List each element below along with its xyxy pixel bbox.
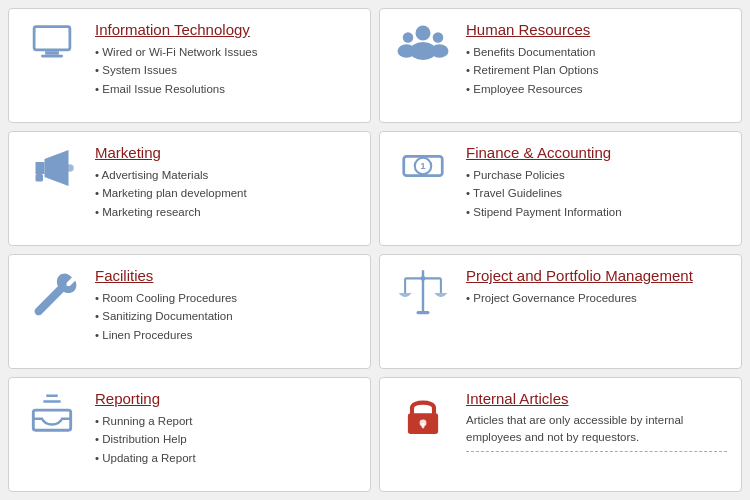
card-content-project-portfolio: Project and Portfolio Management Project… <box>466 267 727 307</box>
card-content-finance-accounting: Finance & Accounting Purchase PoliciesTr… <box>466 144 727 221</box>
card-item-finance-accounting-2: Stipend Payment Information <box>466 203 727 221</box>
svg-marker-9 <box>36 162 45 174</box>
card-title-internal-articles[interactable]: Internal Articles <box>466 390 727 407</box>
card-items-reporting: Running a ReportDistribution HelpUpdatin… <box>95 412 356 467</box>
card-content-internal-articles: Internal Articles Articles that are only… <box>466 390 727 452</box>
svg-rect-28 <box>422 423 425 429</box>
svg-marker-10 <box>45 150 69 186</box>
svg-point-5 <box>403 32 414 43</box>
card-items-facilities: Room Cooling ProceduresSanitizing Docume… <box>95 289 356 344</box>
card-item-facilities-0: Room Cooling Procedures <box>95 289 356 307</box>
scales-icon <box>394 267 452 319</box>
people-icon <box>394 21 452 69</box>
card-item-information-technology-0: Wired or Wi-Fi Network Issues <box>95 43 356 61</box>
card-title-marketing[interactable]: Marketing <box>95 144 356 161</box>
card-item-reporting-2: Updating a Report <box>95 449 356 467</box>
svg-rect-23 <box>33 410 70 430</box>
coin-icon: 1 <box>394 144 452 188</box>
card-item-human-resources-1: Retirement Plan Options <box>466 61 727 79</box>
card-title-information-technology[interactable]: Information Technology <box>95 21 356 38</box>
card-item-finance-accounting-0: Purchase Policies <box>466 166 727 184</box>
card-item-marketing-0: Advertising Materials <box>95 166 356 184</box>
card-item-facilities-1: Sanitizing Documentation <box>95 307 356 325</box>
svg-point-8 <box>431 44 449 58</box>
card-item-reporting-0: Running a Report <box>95 412 356 430</box>
card-items-marketing: Advertising MaterialsMarketing plan deve… <box>95 166 356 221</box>
card-item-facilities-2: Linen Procedures <box>95 326 356 344</box>
card-information-technology: Information Technology Wired or Wi-Fi Ne… <box>8 8 371 123</box>
inbox-icon <box>23 390 81 436</box>
wrench-icon <box>23 267 81 319</box>
card-title-reporting[interactable]: Reporting <box>95 390 356 407</box>
svg-rect-2 <box>41 55 63 58</box>
card-item-information-technology-2: Email Issue Resolutions <box>95 80 356 98</box>
card-item-marketing-1: Marketing plan development <box>95 184 356 202</box>
card-items-information-technology: Wired or Wi-Fi Network IssuesSystem Issu… <box>95 43 356 98</box>
megaphone-icon <box>23 144 81 192</box>
card-item-human-resources-0: Benefits Documentation <box>466 43 727 61</box>
card-finance-accounting: 1 Finance & Accounting Purchase Policies… <box>379 131 742 246</box>
card-items-finance-accounting: Purchase PoliciesTravel GuidelinesStipen… <box>466 166 727 221</box>
card-item-finance-accounting-1: Travel Guidelines <box>466 184 727 202</box>
svg-point-16 <box>36 308 41 313</box>
card-title-human-resources[interactable]: Human Resources <box>466 21 727 38</box>
card-item-human-resources-2: Employee Resources <box>466 80 727 98</box>
svg-rect-21 <box>417 311 430 314</box>
svg-text:1: 1 <box>420 160 426 171</box>
svg-rect-1 <box>45 51 59 54</box>
card-title-project-portfolio[interactable]: Project and Portfolio Management <box>466 267 727 284</box>
card-content-facilities: Facilities Room Cooling ProceduresSaniti… <box>95 267 356 344</box>
svg-point-12 <box>66 164 74 172</box>
card-human-resources: Human Resources Benefits DocumentationRe… <box>379 8 742 123</box>
svg-point-6 <box>398 44 416 58</box>
card-item-information-technology-1: System Issues <box>95 61 356 79</box>
card-items-project-portfolio: Project Governance Procedures <box>466 289 727 307</box>
card-title-facilities[interactable]: Facilities <box>95 267 356 284</box>
card-marketing: Marketing Advertising MaterialsMarketing… <box>8 131 371 246</box>
main-grid: Information Technology Wired or Wi-Fi Ne… <box>0 0 750 500</box>
svg-point-7 <box>433 32 444 43</box>
card-internal-articles: Internal Articles Articles that are only… <box>379 377 742 492</box>
card-content-reporting: Reporting Running a ReportDistribution H… <box>95 390 356 467</box>
card-reporting: Reporting Running a ReportDistribution H… <box>8 377 371 492</box>
card-items-human-resources: Benefits DocumentationRetirement Plan Op… <box>466 43 727 98</box>
card-content-information-technology: Information Technology Wired or Wi-Fi Ne… <box>95 21 356 98</box>
svg-rect-11 <box>36 174 44 182</box>
svg-point-3 <box>416 26 431 41</box>
card-title-finance-accounting[interactable]: Finance & Accounting <box>466 144 727 161</box>
lock-icon <box>394 390 452 442</box>
card-facilities: Facilities Room Cooling ProceduresSaniti… <box>8 254 371 369</box>
card-item-marketing-2: Marketing research <box>95 203 356 221</box>
card-content-marketing: Marketing Advertising MaterialsMarketing… <box>95 144 356 221</box>
svg-rect-0 <box>34 27 70 50</box>
card-project-portfolio: Project and Portfolio Management Project… <box>379 254 742 369</box>
card-content-human-resources: Human Resources Benefits DocumentationRe… <box>466 21 727 98</box>
svg-point-22 <box>421 276 426 281</box>
card-desc-internal-articles: Articles that are only accessible by int… <box>466 412 727 452</box>
card-item-project-portfolio-0: Project Governance Procedures <box>466 289 727 307</box>
card-item-reporting-1: Distribution Help <box>95 430 356 448</box>
computer-icon <box>23 21 81 65</box>
